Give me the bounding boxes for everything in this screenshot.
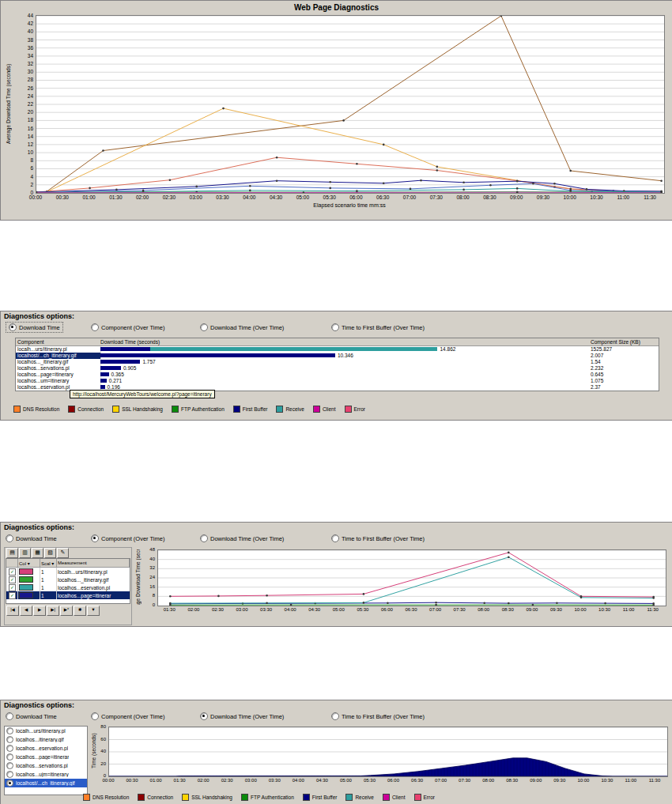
measurement-option-localhos-page-itinerar[interactable]: localhos...page=itinerar [5, 753, 87, 761]
series-color-swatch-icon [19, 576, 33, 583]
series-color-swatch-icon [19, 592, 33, 598]
legend-label: Client [323, 406, 336, 412]
option-download-time-over-time[interactable]: Download Time (Over Time) [200, 323, 284, 332]
option-download-time[interactable]: Download Time [6, 534, 57, 543]
grid-header-measurement[interactable]: Measurement [57, 559, 130, 567]
y-tick-label: 18 [22, 117, 33, 123]
option-component-over-time[interactable]: Component (Over Time) [91, 534, 164, 543]
option-time-to-first-buffer-over-time[interactable]: Time to First Buffer (Over Time) [331, 323, 425, 332]
grid-header-scale[interactable]: Scal ▾ [40, 559, 57, 567]
x-tick-label: 00:30 [122, 778, 142, 783]
measurement-row[interactable]: ✓1localhos..._itinerary.gif [6, 576, 130, 583]
radio-button [91, 323, 99, 331]
component-name-cell: localh...urs/itinerary.pl [16, 346, 101, 353]
legend-item-ssl-handshaking: SSL Handshaking [112, 406, 163, 413]
x-tick-label: 05:30 [353, 607, 373, 613]
download-time-value: 10.346 [338, 353, 353, 358]
nav-first-button-icon[interactable]: |◀ [6, 606, 19, 616]
component-size-value: 0.645 [591, 372, 603, 377]
chart-plot[interactable] [157, 549, 666, 606]
x-tick-label: 05:30 [319, 194, 340, 200]
x-tick-label: 04:00 [280, 607, 300, 613]
legend-item-client: Client [383, 794, 406, 801]
bar-segment [100, 385, 105, 389]
measurement-checkbox[interactable]: ✓ [9, 568, 16, 576]
option-time-to-first-buffer-over-time[interactable]: Time to First Buffer (Over Time) [331, 534, 425, 543]
download-time-value: 0.271 [109, 378, 122, 383]
component-row[interactable]: localhos...page=itinerary0.3650.645 [16, 372, 659, 378]
series-line-2 [47, 108, 592, 191]
x-tick-label: 11:00 [613, 194, 633, 200]
toolbar-button-2-icon[interactable]: ▥ [19, 548, 31, 558]
option-download-time[interactable]: Download Time [6, 712, 57, 721]
nav-next-button-icon[interactable]: ▶ [33, 606, 46, 616]
component-row[interactable]: localhos...um=itinerary0.2711.075 [16, 378, 659, 384]
measurement-option-localh-urs-itinerary-pl[interactable]: localh...urs/itinerary.pl [5, 727, 87, 735]
y-tick-label: 20 [96, 761, 106, 767]
x-tick-label: 03:00 [240, 778, 261, 783]
web-page-diagnostics-graph-panel: Web Page Diagnostics Average Download Ti… [0, 0, 672, 221]
measurement-option-localhost-ch-itinerary-gif[interactable]: localhost/...ch_itinerary.gif [5, 779, 87, 787]
column-header-component[interactable]: Component [17, 339, 44, 345]
measurement-checkbox[interactable]: ✓ [9, 592, 16, 599]
measurement-option-localhos-eservation-pl[interactable]: localhos...eservation.pl [5, 744, 87, 753]
y-tick-label: 38 [22, 37, 33, 43]
option-component-over-time[interactable]: Component (Over Time) [91, 323, 164, 332]
toolbar-button-1-icon[interactable]: ▤ [6, 548, 18, 558]
option-download-time-over-time[interactable]: Download Time (Over Time) [200, 534, 284, 543]
component-row[interactable]: localh...urs/itinerary.pl14.8621525.827 [16, 346, 659, 353]
component-download-table[interactable]: ComponentDownload Time (seconds)Componen… [15, 338, 659, 391]
option-component-over-time[interactable]: Component (Over Time) [91, 712, 164, 721]
measurement-row[interactable]: ✓1localhos...eservation.pl [6, 583, 130, 591]
checkbox-cell: ✓ [6, 591, 18, 599]
measurement-option-localhos-ujm-itinerary[interactable]: localhos...ujm=itinerary [5, 770, 87, 779]
radio-button [200, 323, 208, 331]
x-tick-label: 02:30 [207, 607, 228, 613]
legend-label: Receive [355, 795, 373, 800]
component-row[interactable]: localhost/...ch_itinerary.gif10.3462.007 [16, 353, 659, 359]
chart-plot[interactable] [108, 727, 668, 777]
option-download-time-over-time[interactable]: Download Time (Over Time) [200, 712, 284, 721]
component-name-cell: localhos...um=itinerary [16, 378, 101, 384]
nav-prev-button-icon[interactable]: ◀ [20, 606, 32, 616]
component-size-value: 1.075 [591, 378, 603, 383]
nav-new-button-icon[interactable]: ✱ [74, 606, 86, 616]
column-header-download-time-seconds[interactable]: Download Time (seconds) [100, 339, 160, 345]
column-header-component-size-kb[interactable]: Component Size (KB) [591, 339, 640, 345]
measurement-checkbox[interactable]: ✓ [9, 576, 16, 583]
download-time-value: 0.905 [123, 365, 136, 371]
legend-label: FTP Authentication [251, 795, 294, 800]
option-download-time[interactable]: Download Time [6, 322, 63, 333]
client-color-swatch-icon [383, 794, 390, 801]
measurement-option-localhos-itinerary-gif[interactable]: localhos...itinerary.gif [5, 735, 87, 744]
measurement-row[interactable]: ✓1localh...urs/itinerary.pl [6, 568, 130, 576]
toolbar-button-3-icon[interactable]: ▦ [32, 548, 43, 558]
component-row[interactable]: localhos...servations.pl0.9052.232 [16, 365, 659, 372]
legend-item-first-buffer: First Buffer [303, 794, 338, 801]
legend-label: DNS Resolution [23, 406, 59, 412]
toolbar-button-4-icon[interactable]: ▧ [44, 548, 56, 558]
receive-color-swatch-icon [345, 794, 353, 801]
diagnostics-options-radios: Download TimeComponent (Over Time)Downlo… [1, 533, 672, 545]
toolbar-button-5-icon[interactable]: ✎ [57, 548, 69, 558]
measurement-row[interactable]: ✓1localhos...page=itinerar [6, 591, 130, 599]
grid-header-color[interactable]: Col ▾ [18, 559, 40, 567]
url-tooltip: http://localhost/MercuryWebTours/welcome… [70, 390, 215, 398]
y-tick-label: 10 [22, 149, 33, 155]
bar-segment [150, 347, 437, 351]
legend-item-client: Client [313, 406, 336, 413]
measurement-option-localhos-servations-pl[interactable]: localhos...servations.pl [5, 761, 87, 770]
nav-last-button-icon[interactable]: ▶| [47, 606, 59, 616]
component-name-cell: localhos...servations.pl [16, 365, 101, 372]
legend-item-error: Error [414, 794, 435, 801]
diagnostics-options-header: Diagnostics options: [4, 312, 74, 320]
filter-button-icon[interactable]: ▼ [87, 606, 100, 616]
option-time-to-first-buffer-over-time[interactable]: Time to First Buffer (Over Time) [331, 712, 425, 721]
chart-plot[interactable] [36, 15, 665, 194]
nav-play-button-icon[interactable]: ▶* [60, 606, 73, 616]
y-tick-label: 16 [22, 126, 33, 131]
measurement-checkbox[interactable]: ✓ [9, 584, 16, 591]
x-tick-label: 11:30 [640, 194, 660, 200]
component-row[interactable]: localhos..._itinerary.gif1.7571.54 [16, 359, 659, 365]
x-tick-label: 10:30 [587, 194, 607, 200]
